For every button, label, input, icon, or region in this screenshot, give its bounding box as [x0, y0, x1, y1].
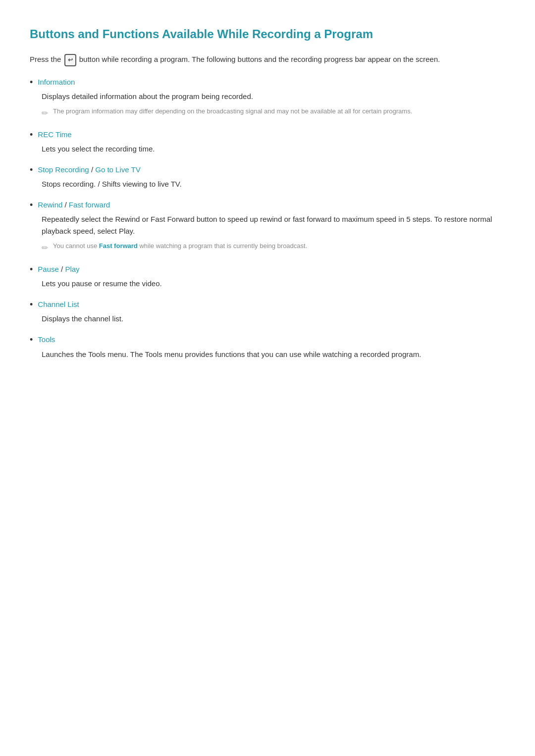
- page-title: Buttons and Functions Available While Re…: [30, 20, 505, 44]
- item-title-rec-time: REC Time: [38, 129, 71, 141]
- go-to-live-tv-label: Go to Live TV: [95, 165, 140, 174]
- rec-time-label: REC Time: [38, 130, 71, 139]
- note-icon: ✏: [42, 242, 48, 254]
- bullet-point: •: [30, 76, 33, 89]
- item-title-tools: Tools: [38, 334, 55, 346]
- fast-forward-label: Fast forward: [69, 201, 110, 209]
- feature-list: • Information Displays detailed informat…: [30, 76, 505, 360]
- rewind-note: ✏ You cannot use Fast forward while watc…: [42, 241, 505, 254]
- tools-desc: Launches the Tools menu. The Tools menu …: [42, 349, 505, 360]
- note-icon: ✏: [42, 107, 48, 120]
- list-item: • Tools Launches the Tools menu. The Too…: [30, 334, 505, 360]
- rec-time-desc: Lets you select the recording time.: [42, 143, 505, 155]
- rewind-desc: Repeatedly select the Rewind or Fast For…: [42, 213, 505, 237]
- fast-forward-note-label: Fast forward: [99, 242, 138, 250]
- separator: /: [91, 165, 95, 174]
- note-text: The program information may differ depen…: [53, 106, 412, 116]
- list-item: • Rewind / Fast forward Repeatedly selec…: [30, 199, 505, 254]
- intro-prefix: Press the: [30, 55, 61, 63]
- bullet-point: •: [30, 263, 33, 276]
- bullet-point: •: [30, 334, 33, 346]
- intro-suffix: button while recording a program. The fo…: [79, 55, 440, 63]
- bullet-point: •: [30, 199, 33, 211]
- note-text: You cannot use Fast forward while watchi…: [53, 241, 307, 251]
- bullet-point: •: [30, 164, 33, 176]
- bullet-point: •: [30, 129, 33, 141]
- information-note: ✏ The program information may differ dep…: [42, 106, 505, 120]
- play-label: Play: [65, 265, 79, 273]
- list-item: • Stop Recording / Go to Live TV Stops r…: [30, 164, 505, 190]
- tools-label: Tools: [38, 335, 55, 344]
- list-item: • Pause / Play Lets you pause or resume …: [30, 263, 505, 290]
- item-title-stop-recording: Stop Recording / Go to Live TV: [38, 164, 140, 176]
- information-label: Information: [38, 78, 75, 86]
- play-link: Play: [119, 227, 133, 235]
- rewind-label: Rewind: [38, 201, 62, 209]
- list-item: • Information Displays detailed informat…: [30, 76, 505, 120]
- item-title-channel-list: Channel List: [38, 299, 79, 310]
- information-desc: Displays detailed information about the …: [42, 91, 505, 102]
- stop-recording-label: Stop Recording: [38, 165, 89, 174]
- button-icon: ↩: [64, 54, 76, 66]
- bullet-point: •: [30, 299, 33, 311]
- item-title-rewind: Rewind / Fast forward: [38, 199, 110, 211]
- list-item: • Channel List Displays the channel list…: [30, 299, 505, 325]
- intro-text: Press the ↩ button while recording a pro…: [30, 53, 505, 66]
- channel-list-desc: Displays the channel list.: [42, 313, 505, 325]
- list-item: • REC Time Lets you select the recording…: [30, 129, 505, 155]
- pause-play-desc: Lets you pause or resume the video.: [42, 278, 505, 290]
- pause-label: Pause: [38, 265, 59, 273]
- channel-list-label: Channel List: [38, 300, 79, 308]
- item-title-pause-play: Pause / Play: [38, 263, 79, 275]
- separator: /: [65, 201, 69, 209]
- item-title-information: Information: [38, 76, 75, 88]
- stop-recording-desc: Stops recording. / Shifts viewing to liv…: [42, 178, 505, 190]
